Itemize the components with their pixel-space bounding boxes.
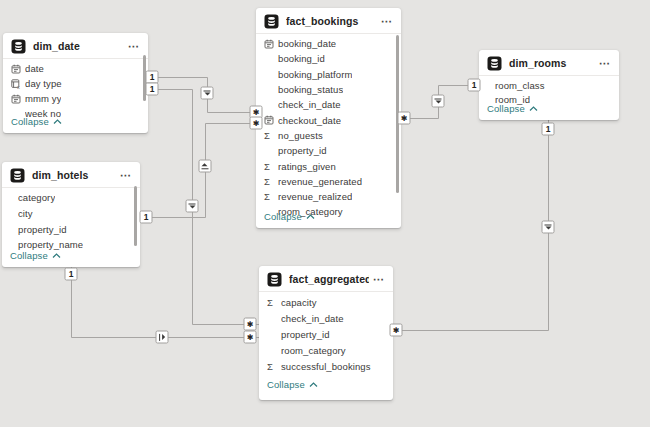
- field-label: booking_id: [278, 53, 325, 64]
- more-options-button[interactable]: ⋯: [116, 171, 132, 179]
- cardinality-one-marker[interactable]: 1: [468, 79, 481, 92]
- field-label: day type: [25, 78, 62, 89]
- cardinality-many-marker[interactable]: ✱: [390, 324, 403, 337]
- field-row[interactable]: booking_platform: [256, 67, 401, 82]
- sigma-icon: Σ: [267, 298, 281, 307]
- field-label: capacity: [281, 297, 317, 308]
- cross-filter-arrow-icon[interactable]: [186, 200, 199, 213]
- field-label: checkout_date: [278, 115, 341, 126]
- more-options-button[interactable]: ⋯: [595, 59, 611, 67]
- field-row[interactable]: booking_id: [256, 51, 401, 66]
- table-icon: [10, 168, 25, 183]
- field-row[interactable]: checkout_date: [256, 112, 401, 127]
- chevron-up-icon: [52, 253, 61, 259]
- chevron-up-icon: [309, 382, 318, 388]
- field-label: booking_date: [278, 38, 336, 49]
- collapse-link[interactable]: Collapse: [264, 211, 315, 222]
- field-list: booking_datebooking_idbooking_platformbo…: [256, 34, 401, 220]
- table-icon: [487, 56, 502, 71]
- field-row[interactable]: property_id: [2, 221, 140, 237]
- field-row[interactable]: check_in_date: [259, 310, 393, 326]
- collapse-link[interactable]: Collapse: [487, 103, 538, 114]
- table-icon: [11, 39, 26, 54]
- scrollbar[interactable]: [134, 186, 137, 246]
- field-row[interactable]: property_id: [259, 326, 393, 342]
- field-row[interactable]: Σratings_given: [256, 158, 401, 173]
- field-label: city: [18, 208, 33, 219]
- field-row[interactable]: date: [3, 61, 148, 76]
- cross-filter-arrow-icon[interactable]: [199, 160, 212, 173]
- relationship-line-dim_date-fact_aggregated_bookings[interactable]: [148, 90, 259, 325]
- field-row[interactable]: Σsuccessful_bookings: [259, 359, 393, 375]
- field-label: booking_status: [278, 84, 343, 95]
- collapse-link[interactable]: Collapse: [11, 116, 62, 127]
- field-row[interactable]: xday type: [3, 76, 148, 91]
- field-label: successful_bookings: [281, 361, 371, 372]
- collapse-link[interactable]: Collapse: [267, 379, 318, 390]
- field-label: room_category: [281, 345, 346, 356]
- field-label: property_name: [18, 239, 83, 250]
- field-row[interactable]: mmm yy: [3, 91, 148, 106]
- cardinality-many-marker[interactable]: ✱: [244, 331, 257, 344]
- field-label: room_class: [495, 80, 545, 91]
- field-list: datexday typemmm yyweek no: [3, 59, 148, 121]
- field-label: date: [25, 63, 44, 74]
- cardinality-many-marker[interactable]: ✱: [398, 112, 411, 125]
- cardinality-one-marker[interactable]: 1: [65, 268, 78, 281]
- more-options-button[interactable]: ⋯: [369, 275, 385, 283]
- cardinality-many-marker[interactable]: ✱: [244, 318, 257, 331]
- field-label: ratings_given: [278, 161, 336, 172]
- field-label: revenue_generated: [278, 176, 362, 187]
- more-options-button[interactable]: ⋯: [377, 17, 393, 25]
- cross-filter-arrow-icon[interactable]: [201, 87, 214, 100]
- sigma-icon: Σ: [264, 131, 278, 140]
- field-label: property_id: [278, 145, 327, 156]
- field-row[interactable]: Σcapacity: [259, 294, 393, 310]
- field-label: check_in_date: [278, 99, 341, 110]
- relationship-line-dim_rooms-fact_aggregated_bookings[interactable]: [393, 120, 549, 331]
- field-row[interactable]: booking_date: [256, 36, 401, 51]
- field-row[interactable]: check_in_date: [256, 97, 401, 112]
- collapse-link[interactable]: Collapse: [10, 250, 61, 261]
- cross-filter-arrow-icon[interactable]: [156, 331, 169, 344]
- field-row[interactable]: property_id: [256, 143, 401, 158]
- field-label: property_id: [18, 224, 67, 235]
- table-title: dim_rooms: [509, 57, 595, 69]
- field-row[interactable]: city: [2, 206, 140, 222]
- cardinality-one-marker[interactable]: 1: [146, 83, 159, 96]
- model-view-canvas: dim_date ⋯ datexday typemmm yyweek no Co…: [0, 0, 650, 427]
- table-title: dim_date: [33, 40, 124, 52]
- field-row[interactable]: room_class: [479, 78, 619, 92]
- table-title: fact_aggregated_booki...: [289, 273, 369, 285]
- field-row[interactable]: Σrevenue_generated: [256, 174, 401, 189]
- chevron-up-icon: [529, 106, 538, 112]
- cardinality-one-marker[interactable]: 1: [140, 211, 153, 224]
- field-label: revenue_realized: [278, 191, 352, 202]
- table-header: fact_aggregated_booki... ⋯: [259, 266, 393, 292]
- chevron-up-icon: [53, 119, 62, 125]
- calc-column-icon: x: [11, 79, 25, 89]
- field-row[interactable]: booking_status: [256, 82, 401, 97]
- cardinality-many-marker[interactable]: ✱: [250, 117, 263, 130]
- field-label: check_in_date: [281, 313, 344, 324]
- table-card-dim_date[interactable]: dim_date ⋯ datexday typemmm yyweek no Co…: [3, 33, 148, 133]
- table-card-dim_rooms[interactable]: dim_rooms ⋯ room_classroom_id Collapse: [479, 50, 619, 120]
- field-label: category: [18, 192, 55, 203]
- table-header: dim_date ⋯: [3, 33, 148, 59]
- table-card-fact_bookings[interactable]: fact_bookings ⋯ booking_datebooking_idbo…: [256, 8, 401, 228]
- table-card-fact_aggregated_bookings[interactable]: fact_aggregated_booki... ⋯ Σcapacitychec…: [259, 266, 393, 400]
- field-row[interactable]: Σrevenue_realized: [256, 189, 401, 204]
- cardinality-one-marker[interactable]: 1: [542, 123, 555, 136]
- field-row[interactable]: room_category: [259, 343, 393, 359]
- field-row[interactable]: category: [2, 190, 140, 206]
- more-options-button[interactable]: ⋯: [124, 42, 140, 50]
- field-row[interactable]: Σno_guests: [256, 128, 401, 143]
- cross-filter-arrow-icon[interactable]: [542, 221, 555, 234]
- cross-filter-arrow-icon[interactable]: [432, 95, 445, 108]
- calendar-icon: [11, 64, 25, 74]
- relationship-line-dim_hotels-fact_aggregated_bookings[interactable]: [72, 267, 260, 338]
- calendar-icon: [264, 115, 278, 125]
- calendar-icon: [264, 39, 278, 49]
- sigma-icon: Σ: [264, 177, 278, 186]
- table-card-dim_hotels[interactable]: dim_hotels ⋯ categorycityproperty_idprop…: [2, 162, 140, 267]
